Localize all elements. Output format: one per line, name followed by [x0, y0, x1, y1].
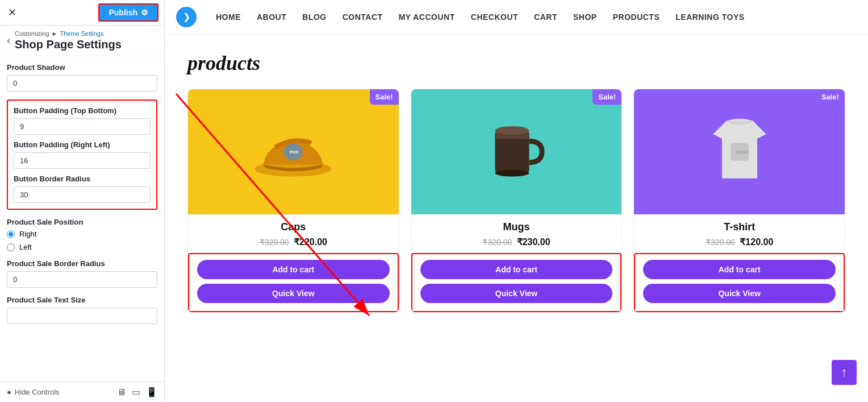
price-area-mugs: ₹320.00 ₹230.00: [420, 237, 613, 247]
product-sale-border-radius-label: Product Sale Border Radius: [7, 259, 157, 268]
publish-label: Publish: [108, 8, 137, 17]
product-sale-position-group: Product Sale Position Right Left: [7, 218, 157, 251]
gear-icon: ⚙: [141, 8, 148, 17]
product-info-tshirt: T-shirt ₹320.00 ₹120.00 Add to cart Quic…: [634, 214, 845, 312]
breadcrumb-area: ‹ Customizing ► Theme Settings Shop Page…: [0, 26, 164, 56]
original-price-caps: ₹320.00: [260, 238, 289, 247]
radio-right-text: Right: [19, 230, 36, 238]
product-image-mugs: Sale!: [411, 89, 622, 214]
sale-badge-mugs: Sale!: [592, 89, 621, 105]
nav-item-myaccount[interactable]: MY ACCOUNT: [391, 2, 463, 32]
bottom-bar: ● Hide Controls 🖥 ▭ 📱: [0, 382, 164, 402]
button-border-radius-label: Button Border Radius: [14, 175, 151, 183]
sale-price-mugs: ₹230.00: [517, 237, 550, 247]
page-title: Shop Page Settings: [15, 38, 122, 51]
product-sale-text-size-group: Product Sale Text Size: [7, 296, 157, 324]
sale-badge-tshirt: Sale!: [816, 89, 845, 105]
original-price-tshirt: ₹320.00: [706, 238, 735, 247]
buttons-area-tshirt: Add to cart Quick View: [639, 258, 840, 308]
products-grid: Sale! PHX Caps ₹320.00 ₹220: [187, 89, 845, 313]
hide-controls-button[interactable]: ● Hide Controls: [7, 388, 60, 396]
quick-view-tshirt[interactable]: Quick View: [643, 284, 836, 303]
button-padding-top-bottom-label: Button Padding (Top Bottom): [14, 106, 151, 115]
breadcrumb-arrow: ►: [52, 30, 58, 37]
sale-position-radio-group: Right Left: [7, 230, 157, 251]
product-card-tshirt: Sale! LOGO T-shirt ₹320.00 ₹120.00: [633, 89, 845, 313]
right-panel: ❯ HOME ABOUT BLOG CONTACT MY ACCOUNT CHE…: [165, 0, 868, 402]
product-shadow-input[interactable]: [7, 75, 157, 92]
button-settings-group: Button Padding (Top Bottom) Button Paddi…: [7, 100, 157, 210]
product-info-mugs: Mugs ₹320.00 ₹230.00 Add to cart Quick V…: [411, 214, 622, 312]
buttons-area-mugs: Add to cart Quick View: [416, 258, 617, 308]
button-padding-top-bottom-group: Button Padding (Top Bottom): [14, 106, 151, 135]
buttons-wrapper-tshirt: Add to cart Quick View: [634, 253, 845, 312]
nav-bar: ❯ HOME ABOUT BLOG CONTACT MY ACCOUNT CHE…: [165, 0, 868, 34]
product-card-caps: Sale! PHX Caps ₹320.00 ₹220: [187, 89, 399, 313]
nav-item-contact[interactable]: CONTACT: [335, 2, 391, 32]
product-image-caps: Sale! PHX: [188, 89, 399, 214]
product-sale-border-radius-group: Product Sale Border Radius: [7, 259, 157, 288]
price-area-caps: ₹320.00 ₹220.00: [197, 237, 390, 247]
product-name-tshirt: T-shirt: [643, 221, 836, 233]
product-shadow-label: Product Shadow: [7, 63, 157, 72]
svg-point-6: [495, 170, 529, 177]
product-name-caps: Caps: [197, 221, 390, 233]
left-panel: ✕ Publish ⚙ ‹ Customizing ► Theme Settin…: [0, 0, 165, 402]
tablet-button[interactable]: ▭: [132, 387, 140, 397]
products-title: products: [187, 51, 845, 75]
price-area-tshirt: ₹320.00 ₹120.00: [643, 237, 836, 247]
back-button[interactable]: ‹: [7, 35, 10, 47]
nav-item-products[interactable]: PRODUCTS: [605, 2, 668, 32]
publish-button[interactable]: Publish ⚙: [98, 3, 158, 22]
radio-left-text: Left: [19, 243, 32, 251]
add-to-cart-mugs[interactable]: Add to cart: [420, 260, 613, 279]
add-to-cart-caps[interactable]: Add to cart: [197, 260, 390, 279]
product-sale-text-size-input[interactable]: [7, 308, 157, 324]
device-icons: 🖥 ▭ 📱: [117, 387, 157, 397]
quick-view-caps[interactable]: Quick View: [197, 284, 390, 303]
button-padding-right-left-group: Button Padding (Right Left): [14, 140, 151, 169]
hide-controls-label: Hide Controls: [15, 388, 60, 396]
product-card-mugs: Sale! Mugs ₹320.00 ₹230.00: [411, 89, 623, 313]
nav-item-home[interactable]: HOME: [208, 2, 249, 32]
sale-price-caps: ₹220.00: [294, 237, 327, 247]
button-padding-top-bottom-input[interactable]: [14, 118, 151, 135]
button-padding-right-left-label: Button Padding (Right Left): [14, 140, 151, 149]
nav-items: HOME ABOUT BLOG CONTACT MY ACCOUNT CHECK…: [208, 2, 857, 32]
scroll-top-button[interactable]: ↑: [832, 360, 857, 385]
button-border-radius-group: Button Border Radius: [14, 175, 151, 203]
nav-item-shop[interactable]: SHOP: [565, 2, 605, 32]
product-name-mugs: Mugs: [420, 221, 613, 233]
quick-view-mugs[interactable]: Quick View: [420, 284, 613, 303]
panel-content: Product Shadow Button Padding (Top Botto…: [0, 56, 164, 382]
button-border-radius-input[interactable]: [14, 187, 151, 203]
hide-controls-eye-icon: ●: [7, 388, 11, 396]
radio-right-input[interactable]: [7, 230, 15, 238]
add-to-cart-tshirt[interactable]: Add to cart: [643, 260, 836, 279]
nav-item-about[interactable]: ABOUT: [249, 2, 294, 32]
shop-content: products Sale! PHX Cap: [165, 34, 868, 402]
close-button[interactable]: ✕: [6, 4, 19, 21]
nav-item-learning-toys[interactable]: LEARNING TOYS: [667, 2, 752, 32]
desktop-button[interactable]: 🖥: [117, 387, 126, 397]
product-sale-border-radius-input[interactable]: [7, 271, 157, 288]
mobile-button[interactable]: 📱: [146, 387, 157, 397]
nav-item-checkout[interactable]: CHECKOUT: [463, 2, 526, 32]
nav-arrow-btn[interactable]: ❯: [176, 7, 197, 27]
nav-item-blog[interactable]: BLOG: [294, 2, 334, 32]
radio-right-label[interactable]: Right: [7, 230, 157, 238]
hat-svg: PHX: [251, 115, 336, 189]
radio-left-label[interactable]: Left: [7, 243, 157, 251]
radio-left-input[interactable]: [7, 243, 15, 251]
nav-item-cart[interactable]: CART: [526, 2, 565, 32]
buttons-wrapper-mugs: Add to cart Quick View: [411, 253, 622, 312]
svg-point-5: [495, 126, 529, 135]
theme-settings-link[interactable]: Theme Settings: [60, 30, 103, 37]
top-bar: ✕ Publish ⚙: [0, 0, 164, 26]
buttons-area-caps: Add to cart Quick View: [193, 258, 394, 308]
sale-badge-caps: Sale!: [370, 89, 399, 105]
svg-text:LOGO: LOGO: [736, 150, 748, 155]
product-shadow-group: Product Shadow: [7, 63, 157, 92]
svg-text:PHX: PHX: [290, 150, 298, 155]
button-padding-right-left-input[interactable]: [14, 152, 151, 169]
